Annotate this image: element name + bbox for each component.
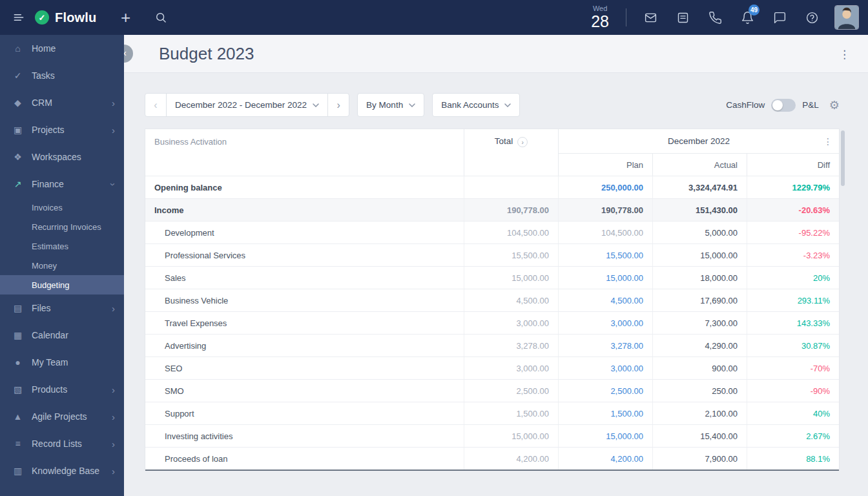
sidebar-item-products[interactable]: ▧ Products › xyxy=(0,376,124,403)
sidebar-item-knowledge-base[interactable]: ▥ Knowledge Base › xyxy=(0,457,124,484)
row-actual[interactable]: 4,290.00 xyxy=(652,335,747,356)
row-actual[interactable]: 18,000.00 xyxy=(652,267,747,289)
agile-projects-icon: ▲ xyxy=(12,411,24,422)
page-menu-kebab-icon[interactable]: ⋮ xyxy=(839,48,850,61)
calendar-icon: ▦ xyxy=(12,330,24,340)
table-row[interactable]: Investing activities 15,000.00 15,000.00… xyxy=(145,424,839,447)
total-label: Total xyxy=(495,136,513,146)
row-total: 15,500.00 xyxy=(464,244,558,266)
help-button[interactable] xyxy=(796,0,828,35)
sidebar-item-label: Projects xyxy=(32,125,112,135)
budget-toolbar: ‹ December 2022 - December 2022 › By Mon… xyxy=(145,93,840,117)
row-name: Professional Services xyxy=(145,244,464,266)
row-plan[interactable]: 3,000.00 xyxy=(558,312,652,334)
topbar-divider xyxy=(626,8,626,26)
search-icon xyxy=(154,11,167,24)
sidebar-subitem-money[interactable]: Money xyxy=(0,256,124,275)
sidebar-item-workspaces[interactable]: ❖ Workspaces › xyxy=(0,143,124,170)
sidebar-subitem-invoices[interactable]: Invoices xyxy=(0,198,124,217)
row-actual[interactable]: 7,900.00 xyxy=(652,448,747,470)
table-header: Business Activation Total › December 202… xyxy=(145,129,839,176)
sidebar-item-files[interactable]: ▤ Files › xyxy=(0,294,124,322)
mail-button[interactable] xyxy=(634,0,666,35)
row-actual[interactable]: 5,000.00 xyxy=(652,222,747,243)
row-actual[interactable]: 15,000.00 xyxy=(652,244,747,266)
calls-button[interactable] xyxy=(699,0,731,35)
quick-add-button[interactable]: + xyxy=(114,0,138,35)
row-plan[interactable]: 15,000.00 xyxy=(558,267,652,289)
row-plan[interactable]: 15,500.00 xyxy=(558,244,652,266)
table-row[interactable]: Support 1,500.00 1,500.00 2,100.00 40% xyxy=(145,402,839,424)
sidebar-item-my-team[interactable]: ● My Team › xyxy=(0,349,124,376)
row-plan[interactable]: 250,000.00 xyxy=(558,176,652,198)
row-actual[interactable]: 250.00 xyxy=(652,380,747,402)
sidebar-item-home[interactable]: ⌂ Home › xyxy=(0,35,124,62)
search-button[interactable] xyxy=(149,0,173,35)
row-diff: 1229.79% xyxy=(747,176,839,198)
row-actual[interactable]: 900.00 xyxy=(652,357,747,379)
sidebar-collapse-button[interactable] xyxy=(6,0,31,35)
table-row[interactable]: Sales 15,000.00 15,000.00 18,000.00 20% xyxy=(145,266,839,289)
sidebar-item-tasks[interactable]: ✓ Tasks › xyxy=(0,62,124,89)
row-actual[interactable]: 7,300.00 xyxy=(652,312,747,334)
table-row[interactable]: Opening balance 250,000.00 3,324,474.91 … xyxy=(145,176,839,198)
table-row[interactable]: Proceeds of loan 4,200.00 4,200.00 7,900… xyxy=(145,447,839,470)
sidebar-subitem-recurring-invoices[interactable]: Recurring Invoices xyxy=(0,217,124,236)
row-plan[interactable]: 2,500.00 xyxy=(558,380,652,402)
total-column-header[interactable]: Total › xyxy=(464,129,558,176)
notes-button[interactable] xyxy=(666,0,699,35)
table-row[interactable]: Business Vehicle 4,500.00 4,500.00 17,69… xyxy=(145,289,839,311)
user-avatar[interactable] xyxy=(834,5,859,30)
row-plan[interactable]: 15,000.00 xyxy=(558,425,652,447)
mail-icon xyxy=(644,11,657,25)
expand-total-icon[interactable]: › xyxy=(517,137,528,147)
topbar: ✓ Flowlu + Wed 28 49 xyxy=(0,0,868,35)
row-actual[interactable]: 2,100.00 xyxy=(652,402,747,424)
sidebar-item-record-lists[interactable]: ≡ Record Lists › xyxy=(0,430,124,457)
page-header: × Budget 2023 ⋮ xyxy=(124,35,868,73)
accounts-select[interactable]: Bank Accounts xyxy=(432,93,520,117)
calendar-date-widget[interactable]: Wed 28 xyxy=(591,5,609,30)
sidebar-item-label: Record Lists xyxy=(32,439,112,449)
row-plan[interactable]: 4,500.00 xyxy=(558,289,652,311)
sidebar-item-agile-projects[interactable]: ▲ Agile Projects › xyxy=(0,403,124,430)
row-actual[interactable]: 3,324,474.91 xyxy=(652,176,747,198)
table-row[interactable]: Development 104,500.00 104,500.00 5,000.… xyxy=(145,221,839,243)
table-row[interactable]: SMO 2,500.00 2,500.00 250.00 -90% xyxy=(145,379,839,402)
settings-gear-icon[interactable]: ⚙ xyxy=(829,98,840,112)
row-total: 15,000.00 xyxy=(464,267,558,289)
row-actual[interactable]: 17,690.00 xyxy=(652,289,747,311)
row-total: 4,200.00 xyxy=(464,448,558,470)
sidebar-item-projects[interactable]: ▣ Projects › xyxy=(0,116,124,143)
row-actual[interactable]: 151,430.00 xyxy=(652,199,747,221)
row-plan[interactable]: 104,500.00 xyxy=(558,222,652,243)
row-plan[interactable]: 3,278.00 xyxy=(558,335,652,356)
sidebar-subitem-budgeting[interactable]: Budgeting xyxy=(0,275,124,294)
sidebar-item-calendar[interactable]: ▦ Calendar › xyxy=(0,322,124,349)
brand-logo[interactable]: ✓ Flowlu xyxy=(35,10,97,25)
sidebar-item-crm[interactable]: ◆ CRM › xyxy=(0,89,124,116)
sidebar-item-label: Products xyxy=(32,384,112,395)
projects-icon: ▣ xyxy=(12,125,24,135)
previous-period-button[interactable]: ‹ xyxy=(145,93,167,117)
chat-button[interactable] xyxy=(763,0,796,35)
next-period-button[interactable]: › xyxy=(327,93,349,117)
table-row[interactable]: SEO 3,000.00 3,000.00 900.00 -70% xyxy=(145,356,839,379)
table-row[interactable]: Travel Expenses 3,000.00 3,000.00 7,300.… xyxy=(145,311,839,334)
sidebar-subitem-estimates[interactable]: Estimates xyxy=(0,236,124,256)
row-actual[interactable]: 15,400.00 xyxy=(652,425,747,447)
row-plan[interactable]: 190,778.00 xyxy=(558,199,652,221)
table-row[interactable]: Income 190,778.00 190,778.00 151,430.00 … xyxy=(145,198,839,221)
table-row[interactable]: Advertising 3,278.00 3,278.00 4,290.00 3… xyxy=(145,334,839,356)
row-plan[interactable]: 4,200.00 xyxy=(558,448,652,470)
notifications-button[interactable]: 49 xyxy=(731,0,763,35)
month-menu-kebab-icon[interactable]: ⋮ xyxy=(823,136,832,147)
cashflow-pl-toggle[interactable] xyxy=(771,99,796,112)
table-row[interactable]: Professional Services 15,500.00 15,500.0… xyxy=(145,243,839,266)
row-plan[interactable]: 1,500.00 xyxy=(558,402,652,424)
row-plan[interactable]: 3,000.00 xyxy=(558,357,652,379)
vertical-scrollbar[interactable] xyxy=(841,130,845,186)
sidebar-item-finance[interactable]: ↗ Finance › xyxy=(0,170,124,198)
group-by-select[interactable]: By Month xyxy=(357,93,424,117)
period-select[interactable]: December 2022 - December 2022 xyxy=(166,93,328,117)
